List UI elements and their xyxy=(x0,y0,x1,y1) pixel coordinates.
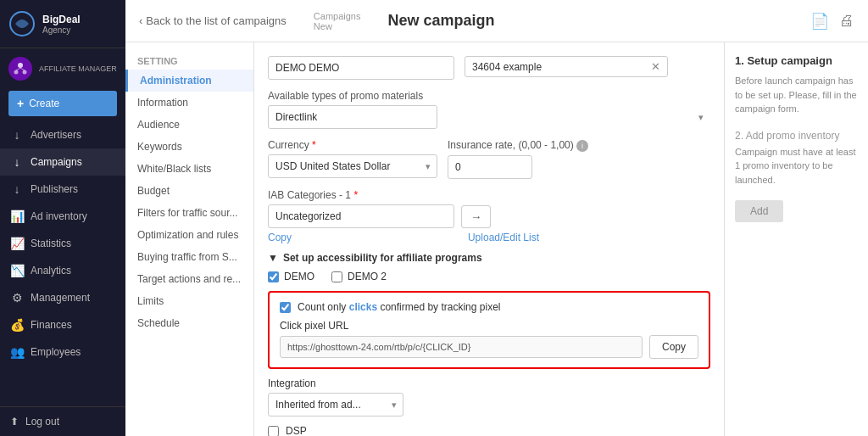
sub-nav-item-limits[interactable]: Limits xyxy=(125,290,253,312)
sub-nav-item-schedule[interactable]: Schedule xyxy=(125,312,253,334)
demo2-checkbox[interactable] xyxy=(331,271,342,282)
campaign-name-input[interactable] xyxy=(268,56,454,80)
promo-materials-group: Available types of promo materials Direc… xyxy=(268,90,710,129)
affiliate-icon xyxy=(8,57,32,81)
sidebar-item-label: Analytics xyxy=(31,265,71,277)
sidebar-nav: ↓ Advertisers ↓ Campaigns ↓ Publishers 📊… xyxy=(0,121,125,406)
svg-line-5 xyxy=(20,68,25,70)
sidebar-item-statistics[interactable]: 📈 Statistics xyxy=(0,230,125,257)
step1-desc: Before launch campaign has to be set up.… xyxy=(735,74,858,116)
sidebar-item-label: Employees xyxy=(31,346,81,358)
copy-url-button[interactable]: Copy xyxy=(649,335,698,359)
tracking-label-pre: Count only xyxy=(298,301,349,313)
currency-select[interactable]: USD United States Dollar xyxy=(268,154,437,178)
dsp-row: DSP xyxy=(268,425,710,436)
expand-icon: ▼ xyxy=(268,252,278,264)
affiliate-section: AFFILIATE MANAGER xyxy=(0,48,125,86)
integration-label: Integration xyxy=(268,377,710,389)
insurance-group: Insurance rate, (0,00 - 1,00) i xyxy=(448,139,588,179)
demo1-checkbox[interactable] xyxy=(268,271,279,282)
accessibility-section: ▼ Set up accessibility for affiliate pro… xyxy=(268,252,710,282)
insurance-info-icon[interactable]: i xyxy=(576,140,588,152)
add-promo-button[interactable]: Add xyxy=(735,200,783,222)
right-panel: 1. Setup campaign Before launch campaign… xyxy=(724,42,868,436)
promo-select[interactable]: Directlink xyxy=(268,105,437,129)
management-icon: ⚙ xyxy=(10,291,24,305)
iab-required: * xyxy=(353,189,358,201)
sub-nav-item-information[interactable]: Information xyxy=(125,92,253,114)
upload-link[interactable]: Upload/Edit List xyxy=(468,232,539,243)
step2-desc: Campaign must have at least 1 promo inve… xyxy=(735,145,858,187)
create-label: Create xyxy=(29,98,59,109)
sub-nav-item-white-black-lists[interactable]: White/Black lists xyxy=(125,158,253,180)
sidebar-item-ad-inventory[interactable]: 📊 Ad inventory xyxy=(0,203,125,230)
sub-nav-item-filters[interactable]: Filters for traffic sour... xyxy=(125,202,253,224)
ad-inventory-icon: 📊 xyxy=(10,210,24,223)
copy-link[interactable]: Copy xyxy=(268,232,292,243)
sub-nav-item-audience[interactable]: Audience xyxy=(125,114,253,136)
demo1-label: DEMO xyxy=(284,271,314,282)
sidebar-item-campaigns[interactable]: ↓ Campaigns xyxy=(0,148,125,176)
logo-icon xyxy=(8,10,36,37)
tracking-checkbox-row: Count only clicks confirmed by tracking … xyxy=(280,301,698,313)
print-icon[interactable]: 🖨 xyxy=(839,12,854,31)
sidebar-item-label: Statistics xyxy=(31,238,71,249)
step2-section: 2. Add promo inventory Campaign must hav… xyxy=(735,130,858,223)
sidebar-item-label: Advertisers xyxy=(31,129,81,141)
currency-insurance-row: Currency * USD United States Dollar Insu… xyxy=(268,139,710,179)
employees-icon: 👥 xyxy=(10,345,24,359)
integration-select-wrapper: Inherited from ad... xyxy=(268,393,403,416)
tracking-pixel-checkbox[interactable] xyxy=(280,302,291,313)
currency-label: Currency * xyxy=(268,139,437,151)
create-button[interactable]: + Create xyxy=(8,91,117,116)
sub-nav-item-administration[interactable]: Administration xyxy=(125,70,253,92)
insurance-input[interactable] xyxy=(448,155,532,179)
sidebar-item-publishers[interactable]: ↓ Publishers xyxy=(0,176,125,203)
advertisers-icon: ↓ xyxy=(10,128,24,142)
sidebar-item-label: Finances xyxy=(31,319,72,331)
integration-select[interactable]: Inherited from ad... xyxy=(268,393,403,416)
tracking-url-row: Copy xyxy=(280,335,698,359)
step1-title: 1. Setup campaign xyxy=(735,54,858,67)
sidebar-item-advertisers[interactable]: ↓ Advertisers xyxy=(0,121,125,148)
iab-input[interactable] xyxy=(268,204,454,228)
sidebar-item-finances[interactable]: 💰 Finances xyxy=(0,311,125,338)
svg-point-1 xyxy=(18,63,23,68)
dsp-checkbox[interactable] xyxy=(268,426,279,437)
iab-row: → xyxy=(268,204,710,228)
iab-arrow-button[interactable]: → xyxy=(461,205,491,228)
sidebar-item-employees[interactable]: 👥 Employees xyxy=(0,338,125,366)
integration-section: Integration Inherited from ad... xyxy=(268,377,710,416)
sidebar-item-analytics[interactable]: 📉 Analytics xyxy=(0,257,125,284)
accessibility-label: Set up accessibility for affiliate progr… xyxy=(283,252,482,264)
logout-item[interactable]: ⬆ Log out xyxy=(0,406,125,436)
page-title: New campaign xyxy=(387,12,494,30)
promo-label: Available types of promo materials xyxy=(268,90,710,102)
logo-text: BigDeal Agency xyxy=(42,14,81,35)
document-icon[interactable]: 📄 xyxy=(810,12,829,31)
sub-nav-item-keywords[interactable]: Keywords xyxy=(125,136,253,158)
tag-close-icon[interactable]: ✕ xyxy=(651,60,660,73)
iab-label: IAB Categories - 1 * xyxy=(268,189,710,201)
insurance-label: Insurance rate, (0,00 - 1,00) i xyxy=(448,139,588,152)
sub-nav-item-budget[interactable]: Budget xyxy=(125,180,253,202)
sidebar-item-management[interactable]: ⚙ Management xyxy=(0,284,125,311)
svg-point-2 xyxy=(14,70,19,75)
sub-nav: Setting Administration Information Audie… xyxy=(125,42,254,436)
topbar-actions: 📄 🖨 xyxy=(810,12,854,31)
affiliate-label: AFFILIATE MANAGER xyxy=(39,64,117,73)
promo-select-wrapper: Directlink xyxy=(268,105,710,129)
back-button[interactable]: ‹ Back to the list of campaigns xyxy=(139,14,287,27)
step1-section: 1. Setup campaign Before launch campaign… xyxy=(735,54,858,116)
back-arrow-icon: ‹ xyxy=(139,14,142,27)
tracking-url-input[interactable] xyxy=(280,336,643,358)
sidebar-item-label: Management xyxy=(31,292,90,304)
sub-nav-item-target-actions[interactable]: Target actions and re... xyxy=(125,268,253,290)
iab-group: IAB Categories - 1 * → xyxy=(268,189,710,228)
checkboxes-row: DEMO DEMO 2 xyxy=(268,271,710,282)
sub-nav-item-buying-traffic[interactable]: Buying traffic from S... xyxy=(125,246,253,268)
form-area: 34604 example ✕ Available types of promo… xyxy=(254,42,724,436)
tracking-clicks-highlight: clicks xyxy=(349,301,377,313)
sub-nav-section-label: Setting xyxy=(125,51,253,70)
sub-nav-item-optimization[interactable]: Optimization and rules xyxy=(125,224,253,246)
